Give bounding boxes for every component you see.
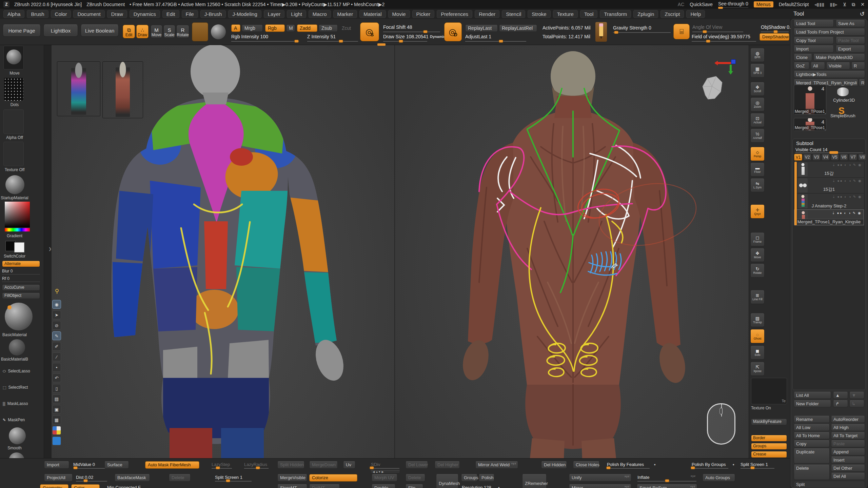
auto-mask-fibermesh-button[interactable]: Auto Mask FiberMesh (145, 461, 199, 469)
rf-slider[interactable]: Rf 0 (2, 276, 40, 282)
smart-resym-button[interactable]: Smart ReSym xyz (637, 484, 697, 488)
menu-item[interactable]: Stencil (502, 10, 525, 18)
split-section[interactable]: Split (794, 481, 865, 488)
subtool-down-button[interactable]: ▼ (849, 392, 864, 399)
colorize-button[interactable]: Colorize (309, 474, 357, 482)
menu-item[interactable]: File (182, 10, 198, 18)
menu-item[interactable]: Texture (553, 10, 578, 18)
option-dot[interactable]: ● (733, 463, 734, 466)
floor-button[interactable]: ▬Floor (750, 162, 765, 177)
accucurve-button[interactable]: AccuCurve (2, 284, 40, 291)
focal-shift-icon[interactable]: ◎S (360, 22, 379, 41)
basic-material-sphere[interactable] (5, 303, 33, 330)
subtool-up-button[interactable]: ▲ (833, 392, 848, 399)
card-icon[interactable]: ▤ (52, 394, 61, 403)
rename-button[interactable]: Rename (794, 416, 830, 423)
current-material-sphere[interactable] (211, 24, 226, 39)
menu-item[interactable]: Help (686, 10, 705, 18)
zoom-button[interactable]: ◎Zoom (750, 97, 765, 111)
menu-item[interactable]: Render (475, 10, 499, 18)
move-button[interactable]: MMove (151, 25, 162, 38)
menu-item[interactable]: J-Brush (200, 10, 226, 18)
delete-button-2[interactable]: Delete (406, 474, 425, 482)
marker-icon[interactable]: ✎ (52, 331, 61, 340)
move-out-folder-button[interactable]: ↱ (833, 400, 848, 407)
obj-shadow-slider[interactable]: ObjShadow 0.3 (761, 24, 789, 31)
groups-button[interactable]: Groups (461, 474, 477, 482)
geometry-button[interactable]: Geometry (40, 484, 68, 488)
transp-button[interactable]: ▨Transp (750, 313, 765, 327)
del-lower-button[interactable]: Del Lower (406, 461, 428, 469)
mirror-and-weld-button[interactable]: Mirror And Weld xyz (475, 461, 518, 469)
menu-item[interactable]: Document (73, 10, 104, 18)
mask-pen-button[interactable]: ✎MaskPen (3, 418, 41, 422)
line-fill-button[interactable]: ≣Line Fill (750, 290, 765, 304)
zadd-button[interactable]: Zadd (297, 24, 317, 32)
dynamesh-button[interactable]: DynaMesh (436, 474, 458, 488)
groups-button[interactable]: Groups (751, 443, 787, 450)
hue-bar[interactable] (5, 228, 30, 231)
actual-button[interactable]: ⊡Actual (750, 113, 765, 127)
alpha-thumbnail[interactable] (3, 109, 24, 134)
trash-icon[interactable]: ▯ (52, 384, 61, 393)
fill-object-button[interactable]: FillObject (2, 292, 40, 299)
eye-icon[interactable]: ◉ (52, 300, 61, 309)
del-higher-button[interactable]: Del Higher (435, 461, 460, 469)
scroll-button[interactable]: ✥Scroll (750, 82, 765, 96)
insert-button[interactable]: Insert (831, 456, 865, 464)
new-folder-button[interactable]: New Folder (794, 400, 831, 407)
lightbulb-icon[interactable]: ⚲ (54, 288, 60, 297)
color-picker[interactable] (5, 202, 30, 227)
append-button[interactable]: Append (831, 448, 865, 455)
clipboard-icon[interactable]: ▦ (52, 415, 61, 424)
zcut-button[interactable]: Zcut (339, 24, 353, 32)
storemt-button[interactable]: StoreMT (277, 484, 307, 488)
frame-button[interactable]: ◻Frame (750, 232, 765, 246)
xpose-button[interactable]: ⇱Xpose (750, 362, 765, 376)
close-button[interactable]: ✕ (861, 2, 865, 7)
rgb-intensity-slider[interactable]: Rgb Intensity 100 (231, 34, 299, 41)
menu-item[interactable]: Stroke (528, 10, 550, 18)
replay-last-button[interactable]: ReplayLast (465, 24, 498, 32)
pen-off-icon[interactable]: ⊘ (52, 321, 61, 330)
undo-icon[interactable]: ↶ (52, 373, 61, 382)
texture-thumbnail[interactable] (3, 142, 24, 166)
alternate-button[interactable]: Alternate (2, 261, 40, 267)
view-thumbnail-polypaint[interactable] (57, 61, 100, 116)
split-screen-slider[interactable]: Split Screen 1 (740, 461, 775, 469)
dots-stroke-thumbnail[interactable] (3, 77, 24, 101)
menu-item[interactable]: Zplugin (633, 10, 658, 18)
scale-button[interactable]: SScale (163, 25, 175, 38)
camera-icon[interactable]: ⌸ (673, 24, 690, 39)
current-brush-thumbnail[interactable] (192, 22, 208, 41)
rotate-button[interactable]: RRotate (176, 25, 189, 38)
unify-button[interactable]: Unify xyz (569, 474, 631, 482)
secondary-color-swatch[interactable] (14, 242, 24, 252)
tray-right-icon[interactable]: ▮▮▸ (830, 2, 837, 7)
menu-item[interactable]: Draw (107, 10, 127, 18)
resolution-slider[interactable]: Resolution 128 ● (461, 484, 494, 488)
menu-item[interactable]: Zscript (660, 10, 684, 18)
mask-lasso-button[interactable]: ▒MaskLasso (3, 401, 41, 406)
delete-button[interactable]: Delete (794, 465, 830, 480)
move-into-folder-button[interactable]: ↳ (849, 400, 864, 407)
polish-by-features-slider[interactable]: Polish By Features ● (606, 461, 650, 469)
a-button[interactable]: A (231, 24, 240, 32)
sdiv-stepper[interactable]: ◀ ▲▼ ▶ (370, 470, 400, 473)
minimize-button[interactable]: ⊻ (843, 2, 846, 7)
split-hidden-button[interactable]: Split Hidden (277, 461, 304, 469)
all-low-button[interactable]: All Low (794, 424, 830, 431)
dot-icon[interactable]: • (52, 363, 61, 372)
double-button[interactable]: Double (372, 484, 395, 488)
lazystep-slider[interactable]: LazyStep (211, 461, 233, 469)
projectall-button[interactable]: ProjectAll (44, 474, 73, 482)
view-thumbnail-ecorche[interactable] (102, 61, 143, 118)
rgb-button[interactable]: Rgb (265, 24, 285, 32)
all-high-button[interactable]: All High (831, 424, 865, 431)
smooth-brush-sphere[interactable] (9, 427, 26, 444)
backfacemask-button[interactable]: BackfaceMask (115, 474, 150, 482)
menu-item[interactable]: Edit (162, 10, 179, 18)
all-to-home-button[interactable]: All To Home (794, 432, 830, 439)
left-viewport[interactable] (52, 45, 394, 458)
aahalf-button[interactable]: ½AAHalf (750, 128, 765, 143)
